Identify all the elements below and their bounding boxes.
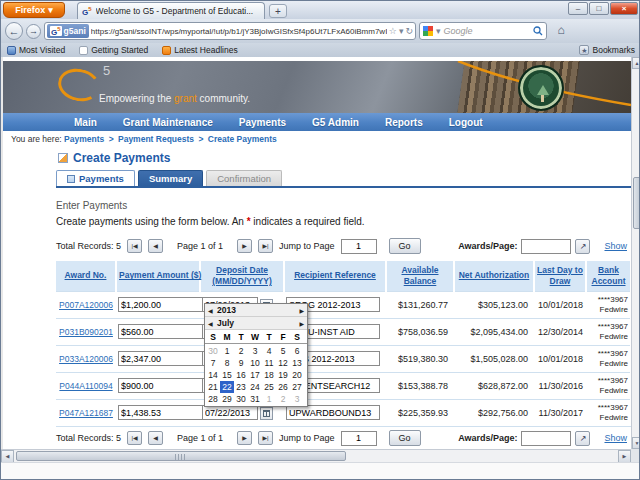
jump-to-page-input[interactable] [341, 431, 377, 446]
col-award-no[interactable]: Award No. [56, 261, 116, 291]
next-month-icon[interactable]: ▶ [296, 320, 304, 327]
last-page-button[interactable]: ▶| [258, 431, 273, 445]
calendar-day[interactable]: 17 [248, 369, 262, 381]
firefox-menu-button[interactable]: Firefox ▾ [3, 2, 65, 18]
first-page-button[interactable]: |◀ [127, 239, 142, 253]
jump-to-page-input[interactable] [341, 239, 377, 254]
awards-page-input[interactable] [521, 239, 571, 254]
go-button[interactable]: Go [389, 430, 421, 446]
menu-main[interactable]: Main [61, 117, 110, 128]
menu-reports[interactable]: Reports [372, 117, 436, 128]
col-bank-account[interactable]: Bank Account [586, 261, 630, 291]
calendar-day[interactable]: 24 [248, 381, 262, 393]
reload-icon[interactable]: ↻ [405, 26, 413, 36]
tab-payments[interactable]: Payments [56, 170, 135, 186]
menu-payments[interactable]: Payments [226, 117, 299, 128]
col-available-balance[interactable]: Available Balance [386, 261, 454, 291]
calendar-day[interactable]: 25 [262, 381, 276, 393]
calendar-day[interactable]: 16 [234, 369, 248, 381]
deposit-date-input[interactable] [202, 405, 258, 420]
calendar-day[interactable]: 28 [206, 393, 220, 405]
search-input[interactable]: Google [444, 26, 530, 36]
calendar-day[interactable]: 1 [220, 345, 234, 357]
col-recipient-reference[interactable]: Recipient Reference [284, 261, 386, 291]
calendar-day[interactable]: 1 [262, 393, 276, 405]
vertical-scrollbar[interactable]: ▲ ▼ [631, 57, 640, 449]
scroll-up-icon[interactable]: ▲ [632, 57, 640, 69]
breadcrumb-payment-requests[interactable]: Payment Requests [118, 134, 194, 144]
calendar-day[interactable]: 3 [290, 393, 304, 405]
calendar-day[interactable]: 22 [220, 381, 234, 393]
recipient-reference-input[interactable] [286, 405, 380, 420]
close-button[interactable]: × [610, 2, 638, 15]
payment-amount-input[interactable] [118, 324, 204, 339]
calendar-day[interactable]: 15 [220, 369, 234, 381]
maximize-button[interactable]: □ [589, 2, 609, 15]
menu-g5-admin[interactable]: G5 Admin [299, 117, 372, 128]
calendar-day[interactable]: 26 [276, 381, 290, 393]
bookmarks-menu-button[interactable]: ★ Bookmarks [579, 45, 635, 55]
col-deposit-date[interactable]: Deposit Date (MM/DD/YYYY) [200, 261, 284, 291]
minimize-button[interactable]: – [568, 2, 588, 15]
col-net-authorization[interactable]: Net Authorization [454, 261, 534, 291]
prev-month-icon[interactable]: ◀ [208, 320, 216, 327]
breadcrumb-payments[interactable]: Payments [64, 134, 104, 144]
url-text[interactable]: https://g5ani/ssoINT/wps/myportal/!ut/p/… [91, 27, 387, 36]
home-button[interactable]: ⌂ [550, 22, 572, 40]
payment-amount-input[interactable] [118, 297, 204, 312]
calendar-day[interactable]: 2 [234, 345, 248, 357]
bookmark-getting-started[interactable]: Getting Started [79, 45, 148, 55]
calendar-day[interactable]: 13 [290, 357, 304, 369]
award-link[interactable]: P007A120006 [59, 300, 113, 310]
calendar-day[interactable]: 9 [234, 357, 248, 369]
calendar-day[interactable]: 7 [206, 357, 220, 369]
payment-amount-input[interactable] [118, 351, 204, 366]
menu-grant-maintenance[interactable]: Grant Maintenance [110, 117, 226, 128]
new-tab-button[interactable]: + [269, 4, 287, 18]
calendar-day[interactable]: 19 [276, 369, 290, 381]
tab-summary[interactable]: Summary [138, 170, 203, 186]
search-engine-dropdown-icon[interactable]: ▾ [436, 26, 441, 36]
calendar-day[interactable]: 8 [220, 357, 234, 369]
calendar-day[interactable]: 31 [248, 393, 262, 405]
awards-go-button[interactable]: ↗ [575, 431, 590, 446]
prev-page-button[interactable]: ◀ [148, 239, 163, 253]
show-link[interactable]: Show [604, 241, 627, 251]
calendar-day[interactable]: 10 [248, 357, 262, 369]
site-identity-chip[interactable]: G5 g5ani [47, 24, 89, 38]
last-page-button[interactable]: ▶| [258, 239, 273, 253]
horizontal-scroll-thumb[interactable] [16, 451, 346, 461]
first-page-button[interactable]: |◀ [127, 431, 142, 445]
col-payment-amount[interactable]: Payment Amount ($) [116, 261, 200, 291]
forward-button[interactable]: → [26, 24, 41, 39]
next-year-icon[interactable]: ▶ [296, 307, 304, 314]
scroll-down-icon[interactable]: ▼ [632, 437, 640, 449]
payment-amount-input[interactable] [118, 378, 204, 393]
calendar-day[interactable]: 11 [262, 357, 276, 369]
calendar-day[interactable]: 2 [276, 393, 290, 405]
vertical-scroll-thumb[interactable] [633, 177, 640, 229]
calendar-day[interactable]: 4 [262, 345, 276, 357]
award-link[interactable]: P033A120006 [59, 354, 113, 364]
back-button[interactable]: ← [5, 22, 23, 40]
next-page-button[interactable]: ▶ [237, 239, 252, 253]
url-dropdown-icon[interactable]: ▾ [399, 26, 404, 36]
prev-year-icon[interactable]: ◀ [208, 307, 216, 314]
calendar-day[interactable]: 3 [248, 345, 262, 357]
calendar-day[interactable]: 29 [220, 393, 234, 405]
calendar-day[interactable]: 18 [262, 369, 276, 381]
show-link[interactable]: Show [604, 433, 627, 443]
bookmark-star-icon[interactable]: ☆ [389, 26, 397, 36]
url-bar[interactable]: G5 g5ani https://g5ani/ssoINT/wps/myport… [44, 22, 416, 40]
calendar-day[interactable]: 27 [290, 381, 304, 393]
col-last-day-to-draw[interactable]: Last Day to Draw [534, 261, 586, 291]
breadcrumb-create-payments[interactable]: Create Payments [208, 134, 277, 144]
calendar-day[interactable]: 30 [234, 393, 248, 405]
award-link[interactable]: P044A110094 [59, 381, 112, 391]
bookmark-most-visited[interactable]: Most Visited [7, 45, 65, 55]
calendar-day[interactable]: 14 [206, 369, 220, 381]
calendar-day[interactable]: 20 [290, 369, 304, 381]
calendar-icon[interactable] [260, 407, 273, 420]
calendar-day[interactable]: 30 [206, 345, 220, 357]
search-icon[interactable] [533, 26, 543, 36]
